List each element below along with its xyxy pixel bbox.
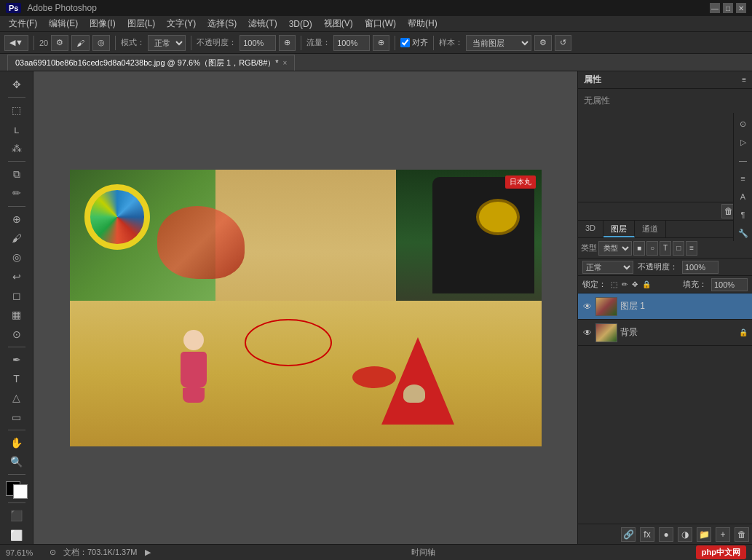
tool-pen[interactable]: ✒ xyxy=(6,351,28,368)
document-tab[interactable]: 03aa69910be86b16cedc9d8a04238bc.jpg @ 97… xyxy=(7,55,295,71)
opacity-row-input[interactable]: 100% xyxy=(682,261,719,274)
blend-mode-select[interactable]: 正常 xyxy=(582,261,633,274)
properties-menu-icon[interactable]: ≡ xyxy=(742,76,746,84)
tab-3d[interactable]: 3D xyxy=(578,221,603,237)
timeline-label: 时间轴 xyxy=(411,547,435,558)
align-checkbox[interactable] xyxy=(400,38,410,47)
properties-content: 无属性 xyxy=(578,89,752,113)
tool-marquee[interactable]: ⬚ xyxy=(6,101,28,119)
add-mask-btn[interactable]: ● xyxy=(659,527,673,542)
tool-hand[interactable]: ✋ xyxy=(6,434,28,451)
background-color[interactable] xyxy=(13,484,28,499)
tool-path[interactable]: △ xyxy=(6,389,28,406)
layer-bg-thumbnail xyxy=(595,323,617,342)
delete-layer-btn[interactable]: 🗑 xyxy=(735,527,749,542)
filter-adjust-btn[interactable]: ○ xyxy=(646,241,658,256)
tool-shape[interactable]: ▭ xyxy=(6,409,28,426)
tool-arrow[interactable]: ◀▼ xyxy=(4,35,28,51)
opacity-input[interactable]: 100% xyxy=(240,35,276,51)
layer-bg-visibility[interactable]: 👁 xyxy=(582,328,593,338)
add-group-btn[interactable]: 📁 xyxy=(697,527,711,542)
filter-text-btn[interactable]: T xyxy=(660,241,671,256)
layer-item-background[interactable]: 👁 背景 🔒 xyxy=(578,320,752,346)
tool-brush[interactable]: 🖌 xyxy=(6,229,28,247)
toolbar-divider-3 xyxy=(191,36,191,50)
lt-divider-1 xyxy=(8,97,25,98)
prop-icon-4[interactable]: ≡ xyxy=(735,170,751,186)
menu-filter[interactable]: 滤镜(T) xyxy=(242,16,282,31)
menu-layer[interactable]: 图层(L) xyxy=(122,16,162,31)
prop-icon-5[interactable]: A xyxy=(735,189,751,205)
prop-icon-6[interactable]: ¶ xyxy=(735,207,751,223)
sample-select[interactable]: 当前图层 xyxy=(466,35,531,51)
tool-clone[interactable]: ◎ xyxy=(6,248,28,266)
menu-edit[interactable]: 编辑(E) xyxy=(43,16,84,31)
tool-eyedropper[interactable]: ✏ xyxy=(6,184,28,202)
properties-panel: 属性 ≡ 无属性 ⊙ ▷ — ≡ A ¶ 🔧 xyxy=(578,71,752,202)
new-layer-btn[interactable]: + xyxy=(716,527,730,542)
tool-quickmask[interactable]: ⬛ xyxy=(6,507,28,524)
tool-healing[interactable]: ⊕ xyxy=(6,210,28,227)
menu-file[interactable]: 文件(F) xyxy=(3,16,43,31)
tool-move[interactable]: ✥ xyxy=(6,76,28,93)
link-layers-btn[interactable]: 🔗 xyxy=(621,527,636,542)
tool-crop[interactable]: ⧉ xyxy=(6,165,28,183)
snail-shell xyxy=(403,384,425,403)
tool-history[interactable]: ↩ xyxy=(6,267,28,285)
type-filter-select[interactable]: 类型 xyxy=(598,241,632,256)
layers-blend-row: 正常 不透明度： 100% xyxy=(578,259,752,276)
menu-select[interactable]: 选择(S) xyxy=(202,16,242,31)
brush-icon[interactable]: 🖌 xyxy=(71,35,90,51)
tab-layers[interactable]: 图层 xyxy=(603,221,635,237)
tool-dodge[interactable]: ⊙ xyxy=(6,325,28,342)
lock-paint-icon[interactable]: ✏ xyxy=(622,280,628,288)
color-swatch[interactable] xyxy=(6,481,28,499)
maximize-button[interactable]: □ xyxy=(723,3,733,13)
tab-close-btn[interactable]: × xyxy=(283,59,288,67)
prop-icon-7[interactable]: 🔧 xyxy=(735,225,751,241)
tab-channels[interactable]: 通道 xyxy=(635,221,666,237)
menu-help[interactable]: 帮助(H) xyxy=(402,16,443,31)
flow-input[interactable]: 100% xyxy=(333,35,370,51)
lock-all-icon[interactable]: 🔒 xyxy=(642,280,651,288)
close-button[interactable]: ✕ xyxy=(736,3,746,13)
tool-text[interactable]: T xyxy=(6,370,28,387)
tool-lasso[interactable]: ʟ xyxy=(6,120,28,138)
lock-pixel-icon[interactable]: ⬚ xyxy=(611,280,617,288)
clone-icon[interactable]: ◎ xyxy=(92,35,110,51)
flow-pressure-btn[interactable]: ⊕ xyxy=(373,35,389,51)
brush-preset[interactable]: ⚙ xyxy=(51,35,68,51)
filter-pixel-btn[interactable]: ■ xyxy=(633,241,645,256)
tool-eraser[interactable]: ◻ xyxy=(6,287,28,304)
add-adjustment-btn[interactable]: ◑ xyxy=(678,527,692,542)
fill-input[interactable]: 100% xyxy=(711,278,748,291)
toolbar-divider-5 xyxy=(395,36,395,50)
tool-screenmode[interactable]: ⬜ xyxy=(6,527,28,544)
mode-select[interactable]: 正常 xyxy=(148,35,186,51)
pressure-btn[interactable]: ⊕ xyxy=(279,35,296,51)
layer-item-1[interactable]: 👁 图层 1 xyxy=(578,293,752,320)
filter-smart-btn[interactable]: ≡ xyxy=(686,241,697,256)
menu-view[interactable]: 视图(V) xyxy=(318,16,359,31)
prop-icon-3[interactable]: — xyxy=(735,152,751,168)
sample-extra-btn[interactable]: ⚙ xyxy=(534,35,552,51)
title-controls[interactable]: — □ ✕ xyxy=(710,3,746,13)
lock-pos-icon[interactable]: ✥ xyxy=(632,280,638,288)
menu-window[interactable]: 窗口(W) xyxy=(359,16,402,31)
tool-zoom[interactable]: 🔍 xyxy=(6,453,28,470)
lt-divider-2 xyxy=(8,161,25,162)
menu-3d[interactable]: 3D(D) xyxy=(283,17,318,31)
filter-shape-btn[interactable]: □ xyxy=(673,241,684,256)
prop-icon-2[interactable]: ▷ xyxy=(735,134,751,150)
menu-image[interactable]: 图像(I) xyxy=(84,16,121,31)
align-check[interactable]: 对齐 xyxy=(400,37,428,48)
minimize-button[interactable]: — xyxy=(710,3,720,13)
tool-wand[interactable]: ⁂ xyxy=(6,140,28,157)
extra-btn-2[interactable]: ↺ xyxy=(555,35,571,51)
menu-text[interactable]: 文字(Y) xyxy=(161,16,202,31)
tool-gradient[interactable]: ▦ xyxy=(6,306,28,323)
layer-1-visibility[interactable]: 👁 xyxy=(582,301,593,312)
toolbar-divider-1 xyxy=(33,36,34,50)
layer-effects-btn[interactable]: fx xyxy=(640,527,654,542)
prop-icon-1[interactable]: ⊙ xyxy=(735,116,751,132)
